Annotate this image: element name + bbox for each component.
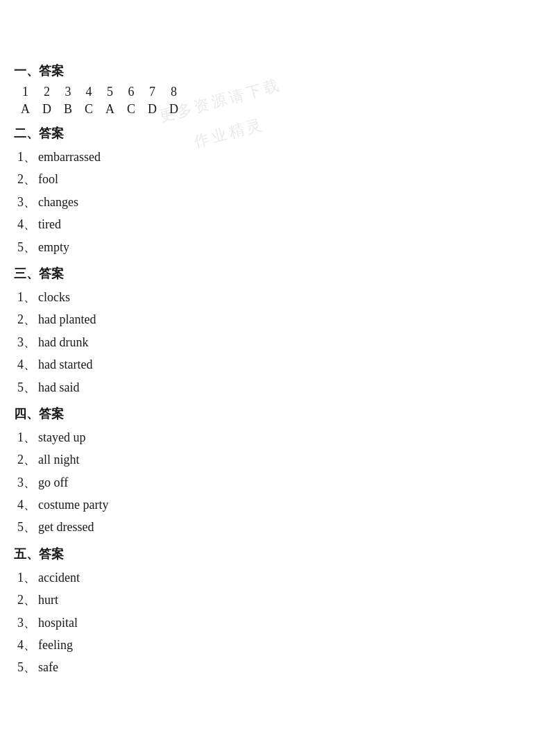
item-text: get dressed xyxy=(38,520,94,534)
list-item: 1、stayed up xyxy=(14,426,541,448)
section-4: 四、答案 1、stayed up2、all night3、go off4、cos… xyxy=(14,405,541,539)
list-item: 1、accident xyxy=(14,566,541,589)
section-1-title: 一、答案 xyxy=(14,62,541,79)
item-text: safe xyxy=(38,660,58,674)
item-text: go off xyxy=(38,476,68,489)
table-cell: C xyxy=(85,101,105,118)
table-cell: 8 xyxy=(169,83,191,101)
table-cell: 1 xyxy=(21,83,42,101)
section-1: 一、答案 12345678ADBCACDD xyxy=(14,62,541,118)
item-text: had said xyxy=(38,380,79,394)
item-number: 2、 xyxy=(17,589,38,611)
list-item: 2、fool xyxy=(14,168,541,190)
item-number: 4、 xyxy=(17,353,38,376)
list-item: 4、tired xyxy=(14,213,541,235)
section-4-title: 四、答案 xyxy=(14,405,541,422)
item-text: fool xyxy=(38,172,58,186)
section-5: 五、答案 1、accident2、hurt3、hospital4、feeling… xyxy=(14,546,541,679)
item-number: 1、 xyxy=(17,566,38,589)
table-cell: 7 xyxy=(148,83,169,101)
item-number: 4、 xyxy=(17,213,38,235)
table-cell: D xyxy=(148,101,169,118)
item-number: 5、 xyxy=(17,516,38,538)
list-item: 3、changes xyxy=(14,191,541,213)
page-container: 更多资源请下载 作业精灵 一、答案 12345678ADBCACDD 二、答案 … xyxy=(0,0,555,714)
item-number: 2、 xyxy=(17,308,38,330)
item-text: hospital xyxy=(38,616,78,630)
list-item: 3、had drunk xyxy=(14,331,541,353)
table-cell: D xyxy=(42,101,64,118)
section-1-table: 12345678ADBCACDD xyxy=(21,83,191,118)
table-cell: B xyxy=(64,101,85,118)
list-item: 3、hospital xyxy=(14,612,541,634)
list-item: 5、empty xyxy=(14,236,541,258)
section-2-title: 二、答案 xyxy=(14,125,541,142)
section-3: 三、答案 1、clocks2、had planted3、had drunk4、h… xyxy=(14,265,541,398)
section-2: 二、答案 1、embarrassed2、fool3、changes4、tired… xyxy=(14,125,541,258)
item-number: 1、 xyxy=(17,426,38,448)
item-text: stayed up xyxy=(38,430,85,444)
section-4-list: 1、stayed up2、all night3、go off4、costume … xyxy=(14,426,541,539)
item-text: accident xyxy=(38,571,80,585)
section-3-list: 1、clocks2、had planted3、had drunk4、had st… xyxy=(14,286,541,398)
item-number: 3、 xyxy=(17,331,38,353)
item-text: costume party xyxy=(38,498,108,512)
item-number: 4、 xyxy=(17,634,38,656)
table-cell: A xyxy=(105,101,127,118)
list-item: 4、had started xyxy=(14,353,541,376)
table-cell: 3 xyxy=(64,83,85,101)
item-text: all night xyxy=(38,453,80,467)
item-number: 3、 xyxy=(17,471,38,494)
item-number: 3、 xyxy=(17,612,38,634)
item-text: clocks xyxy=(38,290,70,304)
section-5-list: 1、accident2、hurt3、hospital4、feeling5、saf… xyxy=(14,566,541,679)
item-number: 5、 xyxy=(17,236,38,258)
item-text: tired xyxy=(38,217,61,231)
list-item: 1、clocks xyxy=(14,286,541,308)
item-text: empty xyxy=(38,240,69,254)
item-text: had started xyxy=(38,358,92,371)
list-item: 2、hurt xyxy=(14,589,541,611)
list-item: 1、embarrassed xyxy=(14,146,541,168)
table-cell: 4 xyxy=(85,83,105,101)
section-3-title: 三、答案 xyxy=(14,265,541,282)
table-cell: 6 xyxy=(127,83,148,101)
list-item: 2、all night xyxy=(14,448,541,471)
item-text: embarrassed xyxy=(38,150,101,164)
item-number: 1、 xyxy=(17,286,38,308)
list-item: 5、had said xyxy=(14,376,541,398)
list-item: 2、had planted xyxy=(14,308,541,330)
item-text: had drunk xyxy=(38,335,88,349)
list-item: 4、feeling xyxy=(14,634,541,656)
section-2-list: 1、embarrassed2、fool3、changes4、tired5、emp… xyxy=(14,146,541,258)
list-item: 4、costume party xyxy=(14,494,541,516)
table-row: ADBCACDD xyxy=(21,101,191,118)
table-cell: 5 xyxy=(105,83,127,101)
table-cell: C xyxy=(127,101,148,118)
list-item: 5、get dressed xyxy=(14,516,541,538)
item-number: 2、 xyxy=(17,448,38,471)
item-number: 5、 xyxy=(17,656,38,678)
item-number: 1、 xyxy=(17,146,38,168)
item-text: had planted xyxy=(38,312,96,326)
table-cell: 2 xyxy=(42,83,64,101)
list-item: 5、safe xyxy=(14,656,541,678)
table-cell: A xyxy=(21,101,42,118)
item-text: changes xyxy=(38,195,78,209)
list-item: 3、go off xyxy=(14,471,541,494)
item-number: 4、 xyxy=(17,494,38,516)
item-text: feeling xyxy=(38,638,73,652)
table-cell: D xyxy=(169,101,191,118)
item-number: 3、 xyxy=(17,191,38,213)
section-5-title: 五、答案 xyxy=(14,546,541,562)
item-number: 2、 xyxy=(17,168,38,190)
item-number: 5、 xyxy=(17,376,38,398)
item-text: hurt xyxy=(38,593,58,607)
table-row: 12345678 xyxy=(21,83,191,101)
